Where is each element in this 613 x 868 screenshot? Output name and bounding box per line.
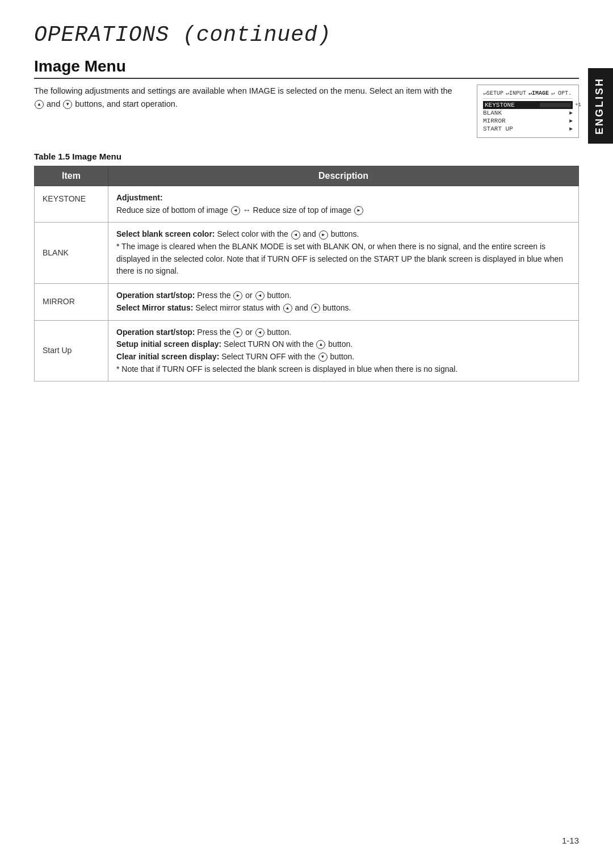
table-heading: Table 1.5 Image Menu [34,152,579,161]
keystone-desc: Reduce size of bottom of image [116,206,230,215]
table-row: KEYSTONE Adjustment: Reduce size of bott… [35,186,579,223]
blank-bold: Select blank screen color: [116,229,215,238]
image-menu-table: Item Description KEYSTONE Adjustment: Re… [34,166,579,381]
menu-top-input: ↵INPUT [506,90,526,97]
mirror-text-1: Press the [197,291,233,300]
desc-mirror: Operation start/stop: Press the or butto… [108,284,579,320]
menu-top-image: ↵IMAGE [528,90,549,97]
intro-area: The following adjustments and settings a… [34,85,579,138]
menu-item-keystone: KEYSTONE [485,102,515,108]
table-row: Start Up Operation start/stop: Press the… [35,320,579,381]
startup-or: or [245,328,254,337]
startup-left-icon [255,328,264,337]
item-keystone: KEYSTONE [35,186,108,223]
intro-text-1: The following adjustments and settings a… [34,86,452,95]
mirror-text-2: button. [267,291,292,300]
section-heading: Image Menu [34,57,579,79]
menu-row-blank: BLANK ► [483,109,573,117]
startup-text-4: button. [328,339,352,349]
menu-row-keystone: KEYSTONE [483,101,573,109]
item-blank: BLANK [35,223,108,284]
startup-text-3: Select TURN ON with the [224,339,316,349]
table-row: MIRROR Operation start/stop: Press the o… [35,284,579,320]
menu-row-mirror: MIRROR ► [483,117,573,125]
blank-arrow: ► [569,110,573,116]
startup-right-icon [233,328,242,337]
mirror-bold-1: Operation start/stop: [116,291,195,300]
page-title: OPERATIONS (continued) [34,23,579,47]
menu-item-blank: BLANK [483,110,502,116]
desc-startup: Operation start/stop: Press the or butto… [108,320,579,381]
menu-top-bar: ↵SETUP ↵INPUT ↵IMAGE ↵ OPT. [483,90,573,99]
item-startup: Start Up [35,320,108,381]
menu-item-startup: START UP [483,125,513,132]
up-arrow-icon [35,100,44,109]
mirror-arrow: ► [569,118,573,124]
blank-text-2: buttons. [331,229,359,238]
mirror-and-2: and [295,303,310,312]
mirror-down-icon [311,304,320,313]
menu-top-opt: ↵ OPT. [551,90,572,97]
menu-row-startup: START UP ► [483,125,573,133]
mirror-text-4: buttons. [323,303,351,312]
intro-text-3: buttons, and start operation. [75,99,178,108]
table-row: BLANK Select blank screen color: Select … [35,223,579,284]
startup-text-6: button. [330,352,354,361]
desc-keystone: Adjustment: Reduce size of bottom of ima… [108,186,579,223]
startup-text-1: Press the [197,328,233,337]
blank-note: * The image is cleared when the BLANK MO… [116,242,563,275]
down-arrow-icon [63,100,72,109]
menu-diagram: ↵SETUP ↵INPUT ↵IMAGE ↵ OPT. KEYSTONE BLA… [477,85,579,138]
left-circle-icon [231,206,240,215]
startup-down-icon [318,353,328,362]
startup-bold-3: Clear initial screen display: [116,352,219,361]
mirror-right-icon [233,291,242,300]
startup-text-2: button. [267,328,292,337]
startup-up-icon [316,340,325,349]
blank-left-icon [291,230,300,240]
keystone-slider [540,103,571,107]
mirror-bold-2: Select Mirror status: [116,303,193,312]
blank-right-icon [319,230,328,240]
mirror-text-3: Select mirror status with [195,303,282,312]
blank-and: and [303,229,318,238]
desc-blank: Select blank screen color: Select color … [108,223,579,284]
startup-bold-1: Operation start/stop: [116,328,195,337]
menu-item-mirror: MIRROR [483,118,506,124]
startup-bold-2: Setup initial screen display: [116,339,221,349]
table-header-row: Item Description [35,166,579,186]
menu-top-setup: ↵SETUP [483,90,503,97]
startup-note: * Note that if TURN OFF is selected the … [116,364,457,374]
mirror-up-icon [283,304,292,313]
mirror-left-icon [255,291,264,300]
keystone-arrow-sep: ↔ Reduce size of top of image [243,206,354,215]
english-tab: ENGLISH [588,68,613,144]
col-header-description: Description [108,166,579,186]
col-header-item: Item [35,166,108,186]
right-circle-icon [354,206,363,215]
blank-text-1: Select color with the [217,229,290,238]
intro-text-2: and [47,99,60,108]
startup-arrow: ► [569,126,573,132]
item-mirror: MIRROR [35,284,108,320]
mirror-or: or [245,291,254,300]
startup-text-5: Select TURN OFF with the [221,352,317,361]
keystone-bold: Adjustment: [116,193,163,202]
page-number: 1-13 [562,836,579,845]
intro-text: The following adjustments and settings a… [34,85,460,111]
